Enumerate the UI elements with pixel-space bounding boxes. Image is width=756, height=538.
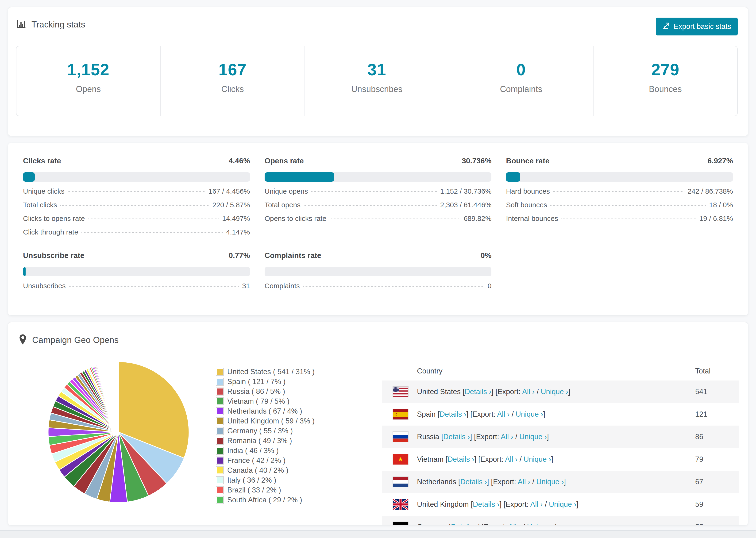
rate-row: Clicks to opens rate14.497% — [23, 215, 250, 223]
rate-row-label: Total opens — [265, 201, 300, 209]
details-link[interactable]: Details › — [460, 478, 487, 486]
details-link[interactable]: Details › — [448, 455, 474, 463]
rate-row: Unique clicks167 / 4.456% — [23, 187, 250, 195]
bracket-text: [ — [438, 410, 440, 418]
bracket-text: ] [Export: — [491, 388, 522, 396]
stats-row: 1,152Opens167Clicks31Unsubscribes0Compla… — [16, 46, 738, 116]
legend-item: Canada ( 40 / 2% ) — [216, 465, 382, 475]
export-all-link[interactable]: All › — [497, 410, 510, 418]
rate-row-label: Hard bounces — [506, 187, 550, 195]
legend-item: Germany ( 55 / 3% ) — [216, 426, 382, 436]
bracket-text: ] — [547, 433, 549, 441]
rate-row-value: 19 / 6.81% — [699, 215, 733, 223]
rate-row: Unsubscribes31 — [23, 282, 250, 290]
geo-table: Country Total United States [Details ›] … — [382, 353, 739, 525]
bracket-text: ] — [564, 478, 566, 486]
details-link[interactable]: Details › — [440, 410, 466, 418]
country-name: Netherlands — [417, 478, 458, 486]
stat-label: Unsubscribes — [305, 84, 449, 94]
legend-label: India ( 46 / 3% ) — [227, 447, 279, 455]
export-basic-stats-button[interactable]: Export basic stats — [656, 18, 738, 35]
total-cell: 86 — [685, 433, 739, 441]
export-all-link[interactable]: All › — [530, 500, 543, 509]
country-flag-nl — [393, 477, 408, 487]
country-cell: United Kingdom [Details ›] [Export: All … — [417, 500, 578, 509]
country-cell: Netherlands [Details ›] [Export: All › /… — [417, 478, 566, 486]
rate-rows: Complaints0 — [265, 282, 492, 290]
export-all-link[interactable]: All › — [508, 523, 521, 525]
rate-heading: Unsubscribe rate0.77% — [23, 251, 250, 260]
details-link[interactable]: Details › — [473, 500, 500, 509]
country-flag-us — [393, 387, 408, 397]
rate-progress-fill — [506, 172, 520, 182]
stat-label: Bounces — [594, 84, 737, 94]
stat-cell: 31Unsubscribes — [304, 46, 449, 116]
export-unique-link[interactable]: Unique › — [541, 388, 568, 396]
country-cell: Russia [Details ›] [Export: All › / Uniq… — [417, 433, 549, 441]
rate-row-value: 242 / 86.738% — [688, 187, 733, 195]
legend-label: Romania ( 49 / 3% ) — [227, 437, 292, 445]
export-all-link[interactable]: All › — [501, 433, 513, 441]
legend-swatch — [216, 447, 224, 455]
rates-card: Clicks rate4.46%Unique clicks167 / 4.456… — [8, 143, 748, 315]
rate-rows: Unique opens1,152 / 30.736%Total opens2,… — [265, 187, 492, 223]
rate-row-value: 31 — [242, 282, 250, 290]
total-cell: 121 — [685, 410, 739, 418]
bottom-scroll-strip — [0, 530, 756, 538]
rate-block-unsubscribe: Unsubscribe rate0.77%Unsubscribes31 — [23, 251, 250, 290]
rate-percent: 0.77% — [229, 251, 250, 260]
rate-heading: Opens rate30.736% — [265, 157, 492, 165]
rate-row-label: Total clicks — [23, 201, 57, 209]
rate-row: Complaints0 — [265, 282, 492, 290]
legend-label: Spain ( 121 / 7% ) — [227, 377, 286, 386]
country-cell: Germany [Details ›] [Export: All › / Uni… — [417, 523, 557, 525]
legend-swatch — [216, 388, 224, 396]
rate-heading: Bounce rate6.927% — [506, 157, 733, 165]
legend-label: United States ( 541 / 31% ) — [227, 368, 315, 376]
legend-label: Russia ( 86 / 5% ) — [227, 387, 285, 396]
bracket-text: ] [Export: — [477, 523, 508, 525]
rate-row-label: Unique clicks — [23, 187, 65, 195]
bracket-text: ] [Export: — [500, 500, 530, 509]
dotted-leader — [330, 219, 460, 219]
legend-item: Brazil ( 33 / 2% ) — [216, 485, 382, 495]
export-unique-link[interactable]: Unique › — [519, 433, 547, 441]
rate-row-value: 18 / 0% — [709, 201, 733, 209]
geo-pie-wrap — [16, 353, 203, 525]
details-link[interactable]: Details › — [465, 388, 491, 396]
dotted-leader — [69, 286, 239, 287]
details-link[interactable]: Details › — [443, 433, 470, 441]
export-unique-link[interactable]: Unique › — [549, 500, 576, 509]
geo-legend: United States ( 541 / 31% )Spain ( 121 /… — [203, 353, 382, 525]
total-cell: 55 — [685, 523, 739, 525]
export-all-link[interactable]: All › — [505, 455, 517, 463]
export-unique-link[interactable]: Unique › — [527, 523, 555, 525]
header-divider — [16, 37, 738, 37]
export-unique-link[interactable]: Unique › — [523, 455, 551, 463]
export-all-link[interactable]: All › — [518, 478, 530, 486]
table-row-us: United States [Details ›] [Export: All ›… — [382, 381, 739, 403]
table-row-vn: Vietnam [Details ›] [Export: All › / Uni… — [382, 448, 739, 471]
country-name: United Kingdom — [417, 500, 471, 509]
legend-swatch — [216, 378, 224, 386]
details-link[interactable]: Details › — [451, 523, 478, 525]
bracket-text: ] [Export: — [474, 455, 505, 463]
rate-rows: Hard bounces242 / 86.738%Soft bounces18 … — [506, 187, 733, 223]
export-unique-link[interactable]: Unique › — [536, 478, 564, 486]
country-flag-ru — [393, 432, 408, 442]
rate-row-label: Opens to clicks rate — [265, 215, 326, 223]
rate-title: Opens rate — [265, 157, 304, 165]
legend-item: United Kingdom ( 59 / 3% ) — [216, 416, 382, 426]
dotted-leader — [81, 232, 223, 233]
rate-block-complaints: Complaints rate0%Complaints0 — [265, 251, 492, 290]
export-all-link[interactable]: All › — [522, 388, 535, 396]
slash-text: / — [510, 410, 516, 418]
dotted-leader — [304, 205, 437, 206]
export-unique-link[interactable]: Unique › — [515, 410, 543, 418]
country-cell: Vietnam [Details ›] [Export: All › / Uni… — [417, 455, 553, 463]
rate-row-value: 1,152 / 30.736% — [440, 187, 492, 195]
table-row-es: Spain [Details ›] [Export: All › / Uniqu… — [382, 403, 739, 426]
legend-swatch — [216, 486, 224, 494]
legend-label: Vietnam ( 79 / 5% ) — [227, 397, 290, 405]
rate-progress-track — [265, 267, 492, 276]
